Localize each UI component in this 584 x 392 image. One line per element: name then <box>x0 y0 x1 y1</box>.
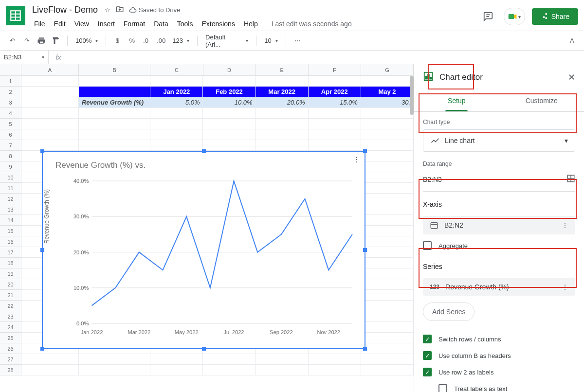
menu-view[interactable]: View <box>71 18 93 30</box>
move-icon[interactable] <box>115 5 124 15</box>
cell[interactable]: Apr 2022 <box>309 87 361 97</box>
row-header[interactable]: 25 <box>0 333 21 343</box>
menu-format[interactable]: Format <box>120 18 149 30</box>
doc-title[interactable]: LiveFlow - Demo <box>30 4 100 16</box>
col-header[interactable]: A <box>21 64 79 75</box>
row-header[interactable]: 23 <box>0 311 21 322</box>
percent-icon[interactable]: % <box>126 35 138 47</box>
treat-labels-checkbox[interactable] <box>438 384 447 392</box>
col-header[interactable]: D <box>203 64 256 75</box>
resize-handle[interactable] <box>202 347 206 351</box>
row-header[interactable]: 2 <box>0 87 21 97</box>
font-size-select[interactable]: 10 <box>261 37 281 44</box>
chart-type-select[interactable]: Line chart ▾ <box>423 129 575 152</box>
row-header[interactable]: 5 <box>0 119 21 129</box>
row-header[interactable]: 20 <box>0 279 21 290</box>
menu-file[interactable]: File <box>30 18 49 30</box>
menu-tools[interactable]: Tools <box>173 18 197 30</box>
chip-menu-icon[interactable]: ⋮ <box>562 283 568 291</box>
select-all-corner[interactable] <box>0 64 21 76</box>
row-header[interactable]: 7 <box>0 140 21 151</box>
cell[interactable]: May 2 <box>361 87 414 97</box>
row-header[interactable]: 28 <box>0 365 21 375</box>
redo-icon[interactable]: ↷ <box>20 35 33 47</box>
last-edit-link[interactable]: Last edit was seconds ago <box>268 18 356 30</box>
col-header[interactable]: E <box>256 64 309 75</box>
row-header[interactable]: 21 <box>0 290 21 301</box>
col-header[interactable]: B <box>79 64 150 75</box>
share-button[interactable]: Share <box>532 8 578 25</box>
chip-menu-icon[interactable]: ⋮ <box>562 221 568 229</box>
close-icon[interactable]: ✕ <box>568 72 575 83</box>
spreadsheet-grid[interactable]: A B C D E F G 12345678910111213141516171… <box>0 64 414 392</box>
paint-format-icon[interactable] <box>50 35 62 47</box>
resize-handle[interactable] <box>202 149 206 153</box>
formula-input[interactable] <box>68 51 584 64</box>
sheets-logo[interactable] <box>6 6 25 25</box>
menu-insert[interactable]: Insert <box>94 18 119 30</box>
row-header[interactable]: 22 <box>0 301 21 311</box>
cell[interactable]: Jan 2022 <box>150 87 203 97</box>
menu-edit[interactable]: Edit <box>50 18 70 30</box>
resize-handle[interactable] <box>363 149 367 153</box>
chart-menu-icon[interactable]: ⋮ <box>353 156 360 163</box>
col-header[interactable]: G <box>361 64 414 75</box>
row-header[interactable]: 6 <box>0 129 21 140</box>
row-header[interactable]: 11 <box>0 183 21 194</box>
add-series-button[interactable]: Add Series <box>423 303 474 321</box>
tab-setup[interactable]: Setup <box>414 90 499 111</box>
resize-handle[interactable] <box>40 149 44 153</box>
row-header[interactable]: 8 <box>0 151 21 161</box>
resize-handle[interactable] <box>363 248 367 252</box>
row-header[interactable]: 24 <box>0 322 21 333</box>
series-chip[interactable]: 123 Revenue Growth (%) ⋮ <box>423 278 575 296</box>
decrease-decimal-icon[interactable]: .0 <box>140 35 153 47</box>
menu-data[interactable]: Data <box>150 18 172 30</box>
col-header[interactable]: F <box>309 64 361 75</box>
cell[interactable]: 5.0% <box>150 97 203 107</box>
row-header[interactable]: 19 <box>0 268 21 279</box>
chart-object[interactable]: ⋮ Revenue Growth (%) vs. Revenue Growth … <box>42 151 365 349</box>
row-header[interactable]: 12 <box>0 194 21 204</box>
cell[interactable]: Mar 2022 <box>256 87 309 97</box>
cell[interactable]: Revenue Growth (%) <box>79 97 150 107</box>
xaxis-chip[interactable]: B2:N2 ⋮ <box>423 216 575 234</box>
font-select[interactable]: Default (Ari... <box>202 34 251 48</box>
row-header[interactable]: 1 <box>0 76 21 87</box>
increase-decimal-icon[interactable]: .00 <box>155 35 167 47</box>
scrollbar[interactable] <box>410 76 414 115</box>
row-header[interactable]: 26 <box>0 343 21 354</box>
star-icon[interactable]: ☆ <box>105 6 110 14</box>
row-header[interactable]: 17 <box>0 247 21 258</box>
more-toolbar-icon[interactable]: ⋯ <box>291 35 304 47</box>
row-header[interactable]: 4 <box>0 108 21 119</box>
undo-icon[interactable]: ↶ <box>6 35 18 47</box>
row-header[interactable]: 9 <box>0 161 21 172</box>
print-icon[interactable] <box>35 35 48 47</box>
switch-rows-checkbox[interactable]: ✓ <box>423 335 432 343</box>
row-header[interactable]: 27 <box>0 354 21 365</box>
cell[interactable]: 30. <box>361 97 414 107</box>
use-col-b-checkbox[interactable]: ✓ <box>423 351 432 360</box>
row-header[interactable]: 15 <box>0 226 21 236</box>
resize-handle[interactable] <box>40 248 44 252</box>
grid-select-icon[interactable] <box>566 174 575 184</box>
cell[interactable]: 10.0% <box>203 97 256 107</box>
resize-handle[interactable] <box>363 347 367 351</box>
collapse-toolbar-icon[interactable]: ᐱ <box>566 35 578 47</box>
menu-extensions[interactable]: Extensions <box>198 18 238 30</box>
row-header[interactable]: 13 <box>0 204 21 215</box>
more-formats[interactable]: 123 <box>169 37 192 44</box>
row-header[interactable]: 16 <box>0 236 21 247</box>
col-header[interactable]: C <box>150 64 203 75</box>
row-header[interactable]: 3 <box>0 97 21 108</box>
resize-handle[interactable] <box>40 347 44 351</box>
row-header[interactable]: 10 <box>0 172 21 183</box>
cell[interactable] <box>79 87 150 97</box>
zoom-select[interactable]: 100% <box>73 37 101 44</box>
use-row-2-checkbox[interactable]: ✓ <box>423 368 432 376</box>
cell[interactable]: 20.0% <box>256 97 309 107</box>
cell[interactable]: Feb 2022 <box>203 87 256 97</box>
name-box[interactable]: B2:N3 ▾ <box>0 51 49 64</box>
row-header[interactable]: 14 <box>0 215 21 226</box>
